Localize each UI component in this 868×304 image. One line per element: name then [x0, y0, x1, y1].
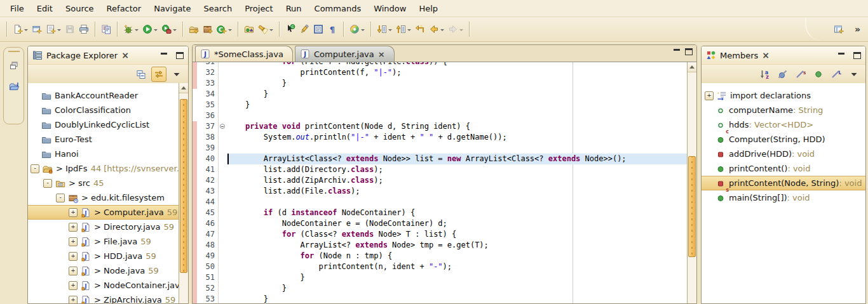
dropdown-arrow-icon[interactable]: [173, 29, 177, 31]
code-text[interactable]: [227, 197, 687, 208]
view-menu-button[interactable]: [169, 67, 184, 82]
editor-tab-computer-java[interactable]: JComputer.java: [295, 46, 395, 62]
fold-ruler[interactable]: [219, 132, 227, 143]
new-package-button[interactable]: [201, 20, 215, 38]
member-item-printcontent[interactable]: printContent() : void: [702, 161, 865, 176]
collapse-all-button[interactable]: [133, 67, 149, 82]
new-document-button[interactable]: [11, 20, 30, 38]
new-template-button[interactable]: [44, 20, 63, 38]
expander-icon[interactable]: +: [69, 281, 78, 290]
code-text[interactable]: }: [227, 78, 687, 89]
maximize-icon[interactable]: [685, 48, 693, 55]
save-button[interactable]: [63, 20, 77, 38]
quick-diff-ruler[interactable]: [193, 197, 197, 208]
code-text[interactable]: [227, 110, 687, 121]
quick-diff-ruler[interactable]: [193, 175, 197, 186]
code-text[interactable]: ArrayList<Class<? extends Node>> list = …: [227, 154, 687, 164]
code-text[interactable]: [227, 143, 687, 154]
tree-item-file-java[interactable]: +J> File.java59: [28, 234, 188, 249]
dropdown-arrow-icon[interactable]: [440, 29, 444, 31]
line-number[interactable]: 52: [197, 283, 219, 294]
line-number[interactable]: 32: [197, 67, 219, 78]
fold-ruler[interactable]: [219, 283, 227, 294]
menu-run[interactable]: Run: [280, 2, 308, 15]
expander-icon[interactable]: +: [69, 296, 78, 304]
quick-diff-ruler[interactable]: [193, 229, 197, 240]
fold-ruler[interactable]: [219, 164, 227, 175]
quick-diff-ruler[interactable]: [193, 78, 197, 89]
dropdown-arrow-icon[interactable]: [154, 29, 158, 31]
dropdown-arrow-icon[interactable]: [135, 29, 139, 31]
color-palette-button[interactable]: [348, 20, 367, 38]
tree-item-bankaccountreader[interactable]: BankAccountReader: [28, 88, 188, 103]
last-edit-button[interactable]: [413, 20, 427, 38]
menu-help[interactable]: Help: [412, 2, 444, 15]
search-button[interactable]: [256, 20, 275, 38]
expander-icon[interactable]: +: [69, 237, 78, 246]
code-text[interactable]: list.add(File.class);: [227, 186, 687, 197]
quick-diff-ruler[interactable]: [193, 110, 197, 121]
line-number[interactable]: 49: [197, 251, 219, 261]
editor-tab-someclass-java[interactable]: J*SomeClass.java: [195, 46, 293, 62]
code-text[interactable]: if (d instanceof NodeContainer) {: [227, 208, 687, 218]
expander-icon[interactable]: +: [69, 208, 78, 217]
dropdown-arrow-icon[interactable]: [57, 29, 61, 31]
menu-refactor[interactable]: Refactor: [100, 2, 148, 15]
expander-icon[interactable]: -: [31, 164, 39, 173]
fold-ruler[interactable]: [219, 229, 227, 240]
hide-static-button[interactable]: s: [793, 67, 808, 82]
line-number[interactable]: 42: [197, 175, 219, 186]
pointer-badge-button[interactable]: C: [283, 20, 297, 38]
code-text[interactable]: }: [227, 283, 687, 294]
minimize-icon[interactable]: [673, 48, 681, 55]
line-number[interactable]: 37: [197, 121, 219, 132]
fold-ruler[interactable]: [219, 208, 227, 218]
fold-ruler[interactable]: [219, 175, 227, 186]
code-text[interactable]: NodeContainer e = (NodeContainer) d;: [227, 218, 687, 229]
maximize-icon[interactable]: [853, 52, 861, 59]
fold-ruler[interactable]: [219, 62, 227, 67]
close-icon[interactable]: [121, 51, 129, 60]
collapse-marker-icon[interactable]: [220, 124, 225, 129]
restore-view-button[interactable]: [6, 58, 22, 73]
code-text[interactable]: private void printContent(Node d, String…: [227, 121, 687, 132]
quick-diff-ruler[interactable]: [193, 283, 197, 294]
line-number[interactable]: 43: [197, 186, 219, 197]
expander-icon[interactable]: +: [69, 252, 78, 261]
compare-pages-button[interactable]: [99, 20, 113, 38]
dropdown-arrow-icon[interactable]: [407, 29, 411, 31]
quick-diff-ruler[interactable]: [193, 218, 197, 229]
line-number[interactable]: 40: [197, 154, 219, 164]
quick-diff-ruler[interactable]: [193, 261, 197, 272]
member-item-computer-string-hdd[interactable]: cComputer(String, HDD): [702, 132, 865, 147]
fold-ruler[interactable]: [219, 121, 227, 132]
menu-navigate[interactable]: Navigate: [147, 2, 197, 15]
show-public-button[interactable]: [811, 67, 826, 82]
fold-ruler[interactable]: [219, 197, 227, 208]
line-number[interactable]: 44: [197, 197, 219, 208]
expander-icon[interactable]: -: [56, 194, 65, 202]
quick-diff-ruler[interactable]: [193, 251, 197, 261]
menu-window[interactable]: Window: [367, 2, 412, 15]
fold-ruler[interactable]: [219, 110, 227, 121]
tree-item-hanoi[interactable]: Hanoi: [28, 147, 188, 161]
fold-ruler[interactable]: [219, 154, 227, 164]
menu-search[interactable]: Search: [197, 2, 238, 15]
show-source-button[interactable]: [311, 20, 325, 38]
dropdown-arrow-icon[interactable]: [269, 29, 273, 31]
fold-ruler[interactable]: [219, 294, 227, 303]
tree-item-node-java[interactable]: +J> Node.java59: [28, 263, 188, 278]
new-window-button[interactable]: [30, 20, 44, 38]
scrollbar-thumb[interactable]: [688, 156, 696, 257]
quick-diff-ruler[interactable]: [193, 62, 197, 67]
package-explorer-scrollbar[interactable]: [179, 83, 188, 303]
scroll-up-icon[interactable]: [688, 62, 696, 72]
tree-item-ipdfs[interactable]: -> IpdFs44 [https://svnserver.i: [28, 161, 188, 176]
run-button[interactable]: [140, 20, 159, 38]
tree-item-ziparchiv-java[interactable]: +J> ZipArchiv.java59: [28, 293, 188, 303]
code-text[interactable]: list.add(ZipArchiv.class);: [227, 175, 687, 186]
dropdown-arrow-icon[interactable]: [459, 29, 463, 31]
editor-area[interactable]: 31 for (File f : hdd.get(File.class)) {3…: [193, 62, 696, 303]
tree-item-nodecontainer-java[interactable]: +J> NodeContainer.java: [28, 278, 188, 293]
forward-button[interactable]: [446, 20, 465, 38]
